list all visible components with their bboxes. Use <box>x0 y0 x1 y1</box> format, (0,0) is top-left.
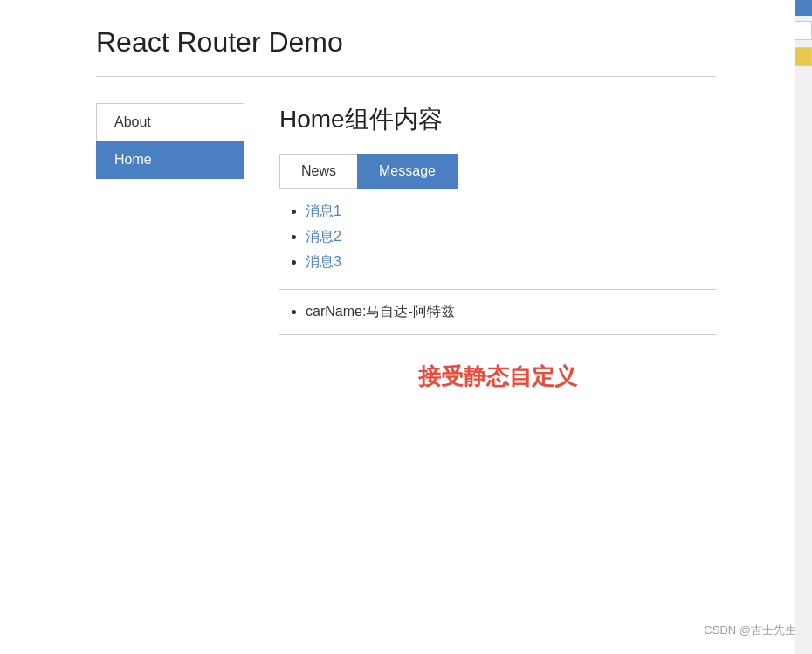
content-area: Home组件内容 News Message 消息1 消息2 消息3 <box>279 103 716 410</box>
layout-row: About Home Home组件内容 News Message 消息1 消息2 <box>96 103 716 410</box>
message-link-2[interactable]: 消息2 <box>306 229 341 244</box>
car-info-item: carName:马自达-阿特兹 <box>306 303 716 321</box>
tab-news-button[interactable]: News <box>279 154 358 189</box>
tabs-row: News Message <box>279 154 716 189</box>
browser-bar-1 <box>795 21 812 40</box>
browser-bar-2 <box>795 47 812 66</box>
list-item: 消息3 <box>306 253 716 272</box>
sidebar: About Home <box>96 103 244 178</box>
message-list: 消息1 消息2 消息3 <box>279 203 716 272</box>
static-custom-text: 接受静态自定义 <box>279 361 716 392</box>
list-item: 消息1 <box>306 203 716 221</box>
top-divider <box>96 76 716 77</box>
app-title: React Router Demo <box>96 26 716 59</box>
nav-about-button[interactable]: About <box>96 103 244 141</box>
footer-watermark: CSDN @吉士先生 <box>704 623 796 638</box>
list-item: 消息2 <box>306 228 716 246</box>
nav-home-button[interactable]: Home <box>96 141 244 179</box>
message-link-1[interactable]: 消息1 <box>306 203 341 218</box>
home-title: Home组件内容 <box>279 103 716 136</box>
content-divider <box>279 189 716 189</box>
car-info-list: carName:马自达-阿特兹 <box>279 303 716 321</box>
bottom-divider <box>279 334 716 335</box>
browser-accent-1 <box>795 0 812 16</box>
browser-right-panel <box>795 0 812 654</box>
tab-message-button[interactable]: Message <box>357 154 458 189</box>
section-divider-1 <box>279 289 716 290</box>
message-link-3[interactable]: 消息3 <box>306 254 341 269</box>
